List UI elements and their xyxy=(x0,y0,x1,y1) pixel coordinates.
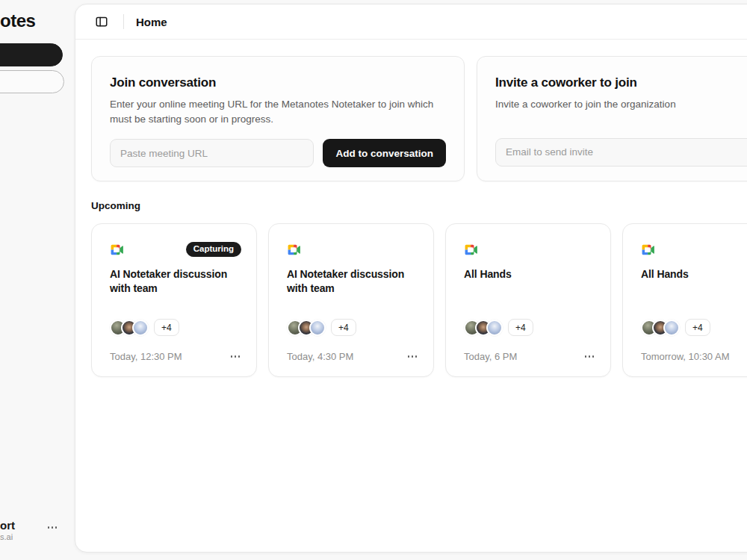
sidebar-secondary-button[interactable] xyxy=(0,70,64,93)
attendee-avatar xyxy=(663,320,680,336)
invite-card-description: Invite a coworker to join the organizati… xyxy=(495,97,747,112)
extra-attendees-badge: +4 xyxy=(331,319,356,336)
main-panel: Home Join conversation Enter your online… xyxy=(75,4,747,553)
user-domain: s.ai xyxy=(0,532,75,542)
meeting-card[interactable]: All Hands +4 Today, 6 PM xyxy=(445,223,611,377)
extra-attendees-badge: +4 xyxy=(685,319,710,336)
attendee-avatars: +4 xyxy=(464,319,595,336)
join-conversation-card: Join conversation Enter your online meet… xyxy=(91,56,465,181)
attendee-avatar xyxy=(486,320,503,336)
google-meet-icon xyxy=(464,243,478,257)
more-options-icon[interactable] xyxy=(406,352,419,361)
more-options-icon[interactable] xyxy=(583,352,596,361)
extra-attendees-badge: +4 xyxy=(508,319,533,336)
meeting-card[interactable]: Capturing AI Notetaker discussion with t… xyxy=(91,223,257,377)
attendee-avatar xyxy=(309,320,326,336)
app-logo: otes xyxy=(0,10,35,31)
panel-header: Home xyxy=(75,4,747,40)
meeting-card[interactable]: All Hands +4 Tomorrow, 10:30 AM xyxy=(622,223,747,377)
action-cards-row: Join conversation Enter your online meet… xyxy=(91,56,747,181)
meeting-url-input[interactable] xyxy=(110,139,314,167)
meeting-time: Today, 6 PM xyxy=(464,351,517,362)
meetings-row: Capturing AI Notetaker discussion with t… xyxy=(91,223,747,377)
sidebar-toggle-icon[interactable] xyxy=(92,12,111,31)
join-card-title: Join conversation xyxy=(110,75,446,90)
extra-attendees-badge: +4 xyxy=(154,319,179,336)
invite-card-title: Invite a coworker to join xyxy=(495,75,747,90)
sidebar: otes ort s.ai xyxy=(0,0,75,560)
meeting-card[interactable]: AI Notetaker discussion with team +4 Tod… xyxy=(268,223,434,377)
invite-coworker-card: Invite a coworker to join Invite a cowor… xyxy=(477,56,747,181)
google-meet-icon xyxy=(287,243,301,257)
add-to-conversation-button[interactable]: Add to conversation xyxy=(323,139,446,167)
attendee-avatar xyxy=(132,320,149,336)
capturing-badge: Capturing xyxy=(186,242,241,257)
meeting-time: Today, 12:30 PM xyxy=(110,351,182,362)
google-meet-icon xyxy=(110,243,124,257)
header-divider xyxy=(123,14,124,29)
attendee-avatars: +4 xyxy=(641,319,747,336)
meeting-title: AI Notetaker discussion with team xyxy=(287,267,418,297)
more-options-icon[interactable] xyxy=(229,352,242,361)
meeting-title: AI Notetaker discussion with team xyxy=(110,267,241,297)
attendee-avatars: +4 xyxy=(110,319,241,336)
page-title: Home xyxy=(136,16,167,28)
upcoming-heading: Upcoming xyxy=(91,200,747,211)
join-card-description: Enter your online meeting URL for the Me… xyxy=(110,97,446,126)
sidebar-footer: ort s.ai xyxy=(0,519,75,542)
meeting-title: All Hands xyxy=(464,267,595,297)
attendee-avatars: +4 xyxy=(287,319,418,336)
more-options-icon[interactable] xyxy=(46,523,59,532)
meeting-time: Today, 4:30 PM xyxy=(287,351,353,362)
meeting-time: Tomorrow, 10:30 AM xyxy=(641,351,730,362)
meeting-title: All Hands xyxy=(641,267,747,297)
google-meet-icon xyxy=(641,243,655,257)
sidebar-primary-button[interactable] xyxy=(0,43,63,66)
invite-email-input[interactable] xyxy=(495,138,747,167)
user-name: ort xyxy=(0,519,75,532)
